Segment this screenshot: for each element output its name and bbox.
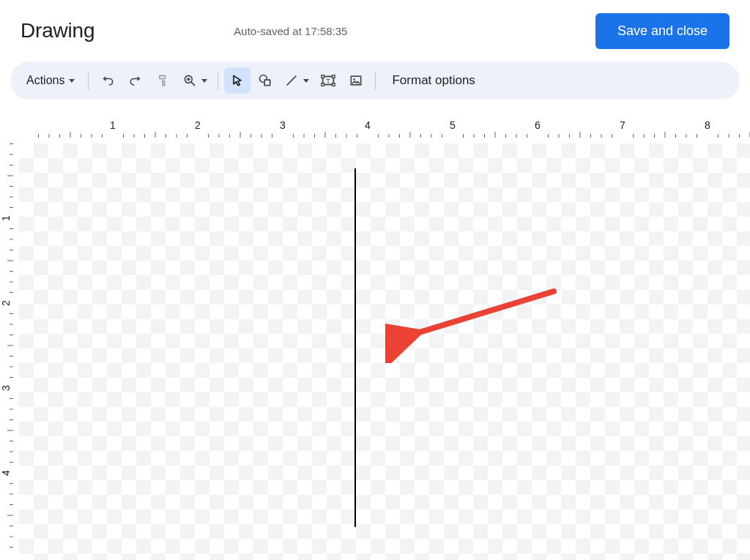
dialog-header: Drawing Auto-saved at 17:58:35 Save and …: [0, 0, 750, 61]
arrow-line: [415, 291, 554, 334]
ruler-corner: [0, 114, 13, 138]
svg-rect-10: [322, 83, 324, 86]
svg-rect-9: [333, 75, 335, 78]
redo-button[interactable]: [122, 67, 149, 94]
svg-text:T: T: [327, 78, 331, 85]
zoom-icon: [182, 73, 197, 88]
ruler-h-label: 5: [450, 119, 456, 131]
image-tool-button[interactable]: [343, 67, 369, 94]
chevron-down-icon: [69, 79, 75, 83]
ruler-h-label: 7: [620, 119, 625, 131]
select-tool-button[interactable]: [224, 67, 250, 94]
svg-rect-11: [333, 83, 335, 86]
ruler-h-label: 3: [280, 119, 286, 131]
ruler-v-label: 2: [0, 300, 12, 306]
svg-point-14: [354, 78, 356, 81]
svg-line-1: [192, 82, 196, 86]
actions-menu-label: Actions: [26, 74, 64, 87]
chevron-down-icon: [201, 79, 207, 83]
ruler-v-label: 1: [0, 215, 12, 221]
toolbar: Actions T: [10, 61, 740, 100]
format-options-button[interactable]: Format options: [382, 67, 485, 94]
autosave-status: Auto-saved at 17:58:35: [234, 25, 347, 37]
line-tool-button[interactable]: [280, 67, 313, 94]
undo-icon: [100, 73, 115, 88]
ruler-h-label: 1: [110, 119, 116, 131]
image-icon: [349, 73, 363, 88]
svg-rect-8: [322, 75, 324, 78]
save-and-close-button[interactable]: Save and close: [595, 13, 729, 49]
toolbar-area: Actions T: [0, 61, 750, 100]
shape-icon: [258, 73, 272, 88]
vertical-line-shape[interactable]: [354, 168, 356, 527]
ruler-h-label: 4: [365, 119, 371, 131]
paint-format-button[interactable]: [150, 67, 177, 94]
redo-icon: [128, 73, 143, 88]
toolbar-divider: [218, 71, 218, 90]
annotation-arrow: [385, 275, 576, 363]
ruler-h-label: 8: [705, 119, 710, 131]
paint-format-icon: [156, 73, 171, 88]
toolbar-divider: [88, 71, 89, 90]
shape-tool-button[interactable]: [252, 67, 278, 94]
ruler-v-svg: 1234: [0, 138, 13, 560]
ruler-v-label: 4: [0, 470, 12, 476]
ruler-h-label: 6: [535, 119, 541, 131]
actions-menu-button[interactable]: Actions: [19, 67, 82, 94]
ruler-v-label: 3: [0, 385, 12, 391]
textbox-icon: T: [320, 72, 336, 89]
ruler-horizontal[interactable]: 12345678: [13, 114, 750, 138]
canvas-area[interactable]: [13, 138, 750, 560]
zoom-button[interactable]: [178, 67, 212, 94]
undo-button[interactable]: [94, 67, 121, 94]
dialog-title: Drawing: [21, 19, 94, 42]
ruler-vertical[interactable]: 1234: [0, 138, 13, 560]
svg-line-6: [288, 76, 297, 85]
ruler-h-svg: 12345678: [13, 114, 750, 138]
svg-rect-5: [265, 80, 271, 86]
toolbar-divider: [375, 71, 376, 90]
textbox-tool-button[interactable]: T: [315, 67, 341, 94]
cursor-icon: [230, 73, 245, 88]
chevron-down-icon: [303, 79, 309, 83]
ruler-h-label: 2: [195, 119, 201, 131]
line-icon: [284, 73, 299, 88]
drawing-canvas[interactable]: [19, 143, 750, 560]
